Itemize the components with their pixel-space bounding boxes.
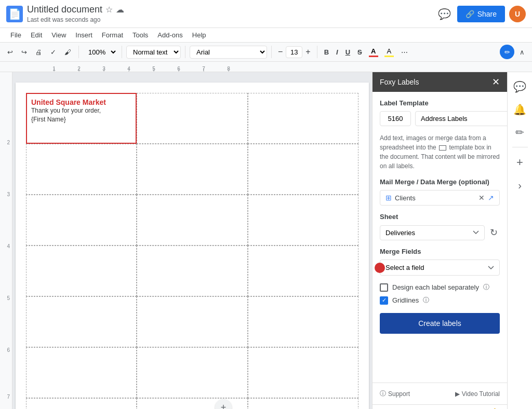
label-cell-r3c1[interactable]: [26, 195, 137, 246]
side-icons-panel: 💬 🔔 ✏ + ›: [507, 72, 532, 409]
label-cell-r1c3[interactable]: [248, 93, 358, 144]
ruler-tick-8: 8: [216, 66, 241, 72]
sidebar-title: Foxy Labels: [380, 78, 419, 86]
menu-tools[interactable]: Tools: [128, 29, 152, 41]
label-cell-r7c3[interactable]: [248, 398, 358, 409]
app-icon: 📄: [6, 6, 23, 22]
spell-check-button[interactable]: ✓: [47, 46, 59, 58]
more-formats-button[interactable]: ⋯: [398, 46, 411, 58]
label-cell-r4c3[interactable]: [248, 246, 358, 296]
template-number-input[interactable]: [380, 111, 411, 126]
label-cell-r7c1[interactable]: [26, 398, 137, 409]
label-cell-r1c2[interactable]: [137, 93, 247, 144]
support-link[interactable]: ⓘ Support: [380, 389, 410, 398]
zoom-selector[interactable]: 100% 75% 50% 125% 150%: [83, 46, 117, 59]
label-cell-r6c2[interactable]: [137, 347, 247, 398]
menu-addons[interactable]: Add-ons: [153, 29, 187, 41]
italic-button[interactable]: I: [334, 46, 341, 58]
undo-button[interactable]: ↩: [4, 46, 16, 58]
menu-edit[interactable]: Edit: [26, 29, 46, 41]
label-cell-r2c3[interactable]: [248, 144, 358, 195]
video-tutorial-link[interactable]: ▶ Video Tutorial: [455, 390, 500, 398]
gridlines-checkbox[interactable]: ✓: [380, 296, 388, 305]
toolbar-divider-5: [317, 46, 317, 58]
pen-button[interactable]: ✏: [500, 45, 514, 59]
panel-status-bar: Limited version 🔔: [373, 404, 507, 409]
template-name-input[interactable]: [415, 111, 507, 126]
menu-format[interactable]: Format: [98, 29, 127, 41]
label-grid: United Square Market Thank you for your …: [26, 93, 358, 409]
sidebar-close-button[interactable]: ✕: [492, 77, 500, 87]
label-cell-r2c1[interactable]: [26, 144, 137, 195]
ruler-tick-6: 6: [166, 66, 191, 72]
label-cell-r2c2[interactable]: [137, 144, 247, 195]
toolbar: ↩ ↪ 🖨 ✓ 🖌 100% 75% 50% 125% 150% Normal …: [0, 43, 532, 62]
style-selector[interactable]: Normal text Heading 1 Heading 2: [126, 46, 181, 59]
document-page: United Square Market Thank you for your …: [16, 83, 369, 409]
label-title: United Square Market: [31, 98, 131, 106]
gridlines-info-icon[interactable]: ⓘ: [423, 296, 429, 305]
sheet-selector[interactable]: Deliveries Sheet1 Sheet2: [380, 225, 485, 240]
clients-name: Clients: [395, 194, 475, 202]
menu-insert[interactable]: Insert: [71, 29, 97, 41]
design-separately-info-icon[interactable]: ⓘ: [483, 283, 489, 292]
share-button[interactable]: 🔗 Share: [457, 6, 505, 22]
underline-button[interactable]: U: [343, 46, 353, 58]
remove-clients-button[interactable]: ✕: [478, 194, 485, 202]
refresh-sheet-button[interactable]: ↻: [488, 225, 500, 240]
side-notification-button[interactable]: 🔔: [509, 99, 530, 120]
label-cell-r3c2[interactable]: [137, 195, 247, 246]
label-cell-r5c3[interactable]: [248, 296, 358, 347]
font-size-decrease[interactable]: −: [276, 46, 285, 58]
menu-file[interactable]: File: [6, 29, 25, 41]
comment-button[interactable]: 💬: [436, 6, 453, 22]
paint-format-button[interactable]: 🖌: [61, 46, 74, 58]
side-edit-button[interactable]: ✏: [511, 122, 528, 143]
merge-field-selector[interactable]: Select a field First Name Last Name Addr…: [380, 260, 500, 276]
toolbar-divider-4: [271, 46, 272, 58]
label-cell-r4c2[interactable]: [137, 246, 247, 296]
print-button[interactable]: 🖨: [32, 46, 45, 58]
sheet-section: Sheet Deliveries Sheet1 Sheet2 ↻: [380, 213, 500, 240]
toolbar-divider-3: [185, 46, 185, 58]
font-size-increase[interactable]: +: [303, 46, 312, 58]
ruler-tick-7: 7: [191, 66, 216, 72]
side-chat-button[interactable]: 💬: [509, 76, 530, 97]
label-cell-active[interactable]: United Square Market Thank you for your …: [26, 93, 137, 144]
ruler-tick-3: 3: [91, 66, 116, 72]
label-cell-r5c1[interactable]: [26, 296, 137, 347]
font-color-button[interactable]: A: [367, 46, 380, 58]
menu-bar: File Edit View Insert Format Tools Add-o…: [0, 28, 532, 43]
design-separately-checkbox[interactable]: [380, 283, 388, 292]
margin-num-4: 4: [7, 243, 10, 249]
label-cell-r4c1[interactable]: [26, 246, 137, 296]
redo-button[interactable]: ↪: [18, 46, 30, 58]
label-cell-r5c2[interactable]: [137, 296, 247, 347]
sheet-heading: Sheet: [380, 213, 500, 221]
font-size-input[interactable]: [286, 46, 302, 58]
ruler-tick-4: 4: [116, 66, 141, 72]
field-select-wrapper: Select a field First Name Last Name Addr…: [380, 260, 500, 276]
user-avatar[interactable]: U: [509, 6, 526, 22]
bold-button[interactable]: B: [322, 46, 331, 58]
label-template-row: [380, 111, 500, 126]
star-icon[interactable]: ☆: [105, 5, 113, 15]
highlight-color-button[interactable]: A: [382, 46, 396, 58]
collapse-button[interactable]: ∧: [516, 46, 528, 58]
label-cell-r3c3[interactable]: [248, 195, 358, 246]
menu-help[interactable]: Help: [188, 29, 210, 41]
create-labels-button[interactable]: Create labels: [380, 313, 500, 334]
menu-view[interactable]: View: [47, 29, 70, 41]
label-cell-r6c1[interactable]: [26, 347, 137, 398]
side-add-button[interactable]: +: [512, 152, 527, 173]
label-cell-r6c3[interactable]: [248, 347, 358, 398]
ruler-tick-1: 1: [42, 66, 66, 72]
open-spreadsheet-button[interactable]: ↗: [488, 194, 494, 202]
side-expand-button[interactable]: ›: [514, 175, 526, 196]
label-content: United Square Market Thank you for your …: [27, 94, 136, 128]
document-area[interactable]: United Square Market Thank you for your …: [12, 72, 372, 409]
font-selector[interactable]: Arial Times New Roman Courier New: [190, 46, 267, 59]
strikethrough-button[interactable]: S: [355, 46, 365, 58]
margin-num-5: 5: [7, 295, 10, 301]
cloud-icon[interactable]: ☁: [116, 5, 124, 15]
